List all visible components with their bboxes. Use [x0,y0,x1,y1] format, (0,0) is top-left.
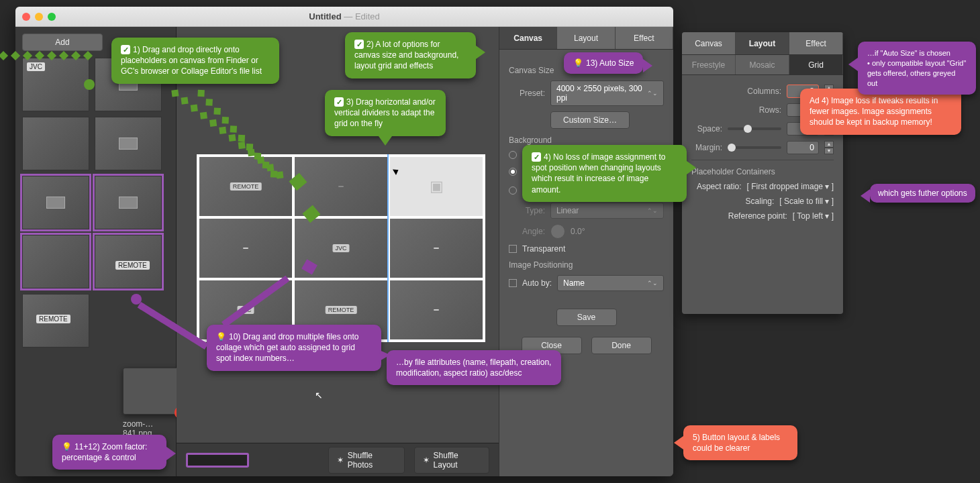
grid-cell[interactable] [199,219,292,278]
scaling-dropdown[interactable]: [ Scale to fill ▾ ] [779,197,834,206]
thumbnail-list: JVC REMOTE REMOTE [22,58,169,347]
inspector-layout-panel: Canvas Layout Effect Freestyle Mosaic Gr… [682,32,843,314]
done-button[interactable]: Done [591,337,652,354]
preset-dropdown[interactable]: 4000 × 2550 pixels, 300 ppi ⌃⌄ [550,80,664,106]
tab-effect[interactable]: Effect [616,27,673,49]
callout-11-12: 💡11+12) Zoom factor: percentage & contro… [52,435,166,470]
aspect-ratio-dropdown[interactable]: [ First dropped image ▾ ] [747,182,834,191]
auto-by-value: Name [563,278,585,288]
layout-mode-tabs: Freestyle Mosaic Grid [682,55,843,75]
reference-point-dropdown[interactable]: [ Top left ▾ ] [793,211,834,221]
section-image-positioning: Image Positioning [509,260,664,270]
drag-ghost: 4 [123,368,183,415]
angle-knob[interactable] [550,224,565,239]
checkbox-autoby[interactable] [509,279,517,287]
margin-stepper[interactable]: ▲▼ [824,141,834,154]
callout-13: 💡13) Auto Size [564,52,643,74]
callout-10: 💡10) Drag and drop multiple files onto c… [207,325,381,371]
transparent-label: Transparent [522,244,565,254]
tab-grid[interactable]: Grid [789,55,843,74]
inspector-tabs: Canvas Layout Effect [499,27,673,50]
grid-cell[interactable] [390,280,483,339]
radio-image[interactable] [509,151,517,159]
camera-placeholder-icon: ▣ [430,178,444,195]
chevron-updown-icon: ⌃⌄ [647,280,658,286]
shuffle-photos-label: Shuffle Photos [348,451,396,470]
bulb-icon: 💡 [216,332,226,341]
auto-by-label: Auto by: [522,278,552,288]
tab-mosaic[interactable]: Mosaic [736,55,789,74]
callout-ad4: Ad 4) Image loss if tweaks results in fe… [800,89,961,135]
trail-green [0,52,111,59]
thumbnail-item[interactable] [95,117,162,170]
inspector-footer: Save [509,297,664,337]
thumbnail-item[interactable] [22,176,89,229]
tab-canvas[interactable]: Canvas [499,27,557,49]
grid-cell[interactable]: REMOTE [199,157,292,216]
preset-value: 4000 × 2550 pixels, 300 ppi [556,84,647,103]
add-button[interactable]: Add [22,34,103,51]
titlebar: Untitled — Edited [15,7,673,27]
section-placeholder-containers: Placeholder Containers [691,167,834,176]
thumbnail-item[interactable]: REMOTE [22,294,89,347]
radio-color[interactable] [509,168,517,176]
save-button[interactable]: Save [556,309,617,326]
file-sidebar: Add JVC REMOTE REMOTE 4 zoom-…841.png [15,27,177,476]
section-background: Background [509,136,664,145]
callout-3: ✓3) Drag horizontal and/or vertical divi… [325,90,446,136]
columns-label: Columns: [734,87,781,96]
check-icon: ✓ [532,152,541,162]
angle-label: Angle: [509,227,545,236]
callout-4: ✓4) No loss of image assignment to spot … [522,145,687,202]
shuffle-icon: ✶ [423,455,430,465]
space-label: Space: [691,124,722,133]
margin-input[interactable]: 0 [787,141,819,154]
tab-layout[interactable]: Layout [736,32,789,54]
tab-effect[interactable]: Effect [789,32,843,54]
gradient-type-value: Linear [556,206,579,215]
window-title-text: Untitled [309,11,341,21]
close-window-icon[interactable] [22,13,30,21]
check-icon: ✓ [354,40,364,49]
thumbnail-item[interactable]: JVC [22,58,89,111]
tab-freestyle[interactable]: Freestyle [682,55,736,74]
callout-1: ✓1) Drag and drop directly onto placehol… [111,38,279,84]
custom-size-button[interactable]: Custom Size… [550,111,630,129]
callout-10b: …by file attributes (name, filepath, cre… [387,350,561,385]
radio-gradient[interactable] [509,186,517,195]
trail-start-icon [84,79,95,90]
scaling-label: Scaling: [746,197,775,206]
grid-cell[interactable] [390,219,483,278]
thumbnail-item[interactable] [22,117,89,170]
minimize-window-icon[interactable] [35,13,43,21]
gradient-type-dropdown[interactable]: Linear ⌃⌄ [550,203,664,219]
rows-label: Rows: [734,105,781,115]
shuffle-layout-button[interactable]: ✶ Shuffle Layout [414,447,489,474]
thumbnail-item[interactable]: REMOTE [95,235,162,288]
shuffle-icon: ✶ [337,455,344,465]
thumbnail-item[interactable] [22,235,89,288]
grid-cell[interactable] [295,157,387,216]
thumbnail-item[interactable] [95,176,162,229]
traffic-lights[interactable] [22,13,56,21]
auto-by-dropdown[interactable]: Name ⌃⌄ [557,275,664,291]
bulb-icon: 💡 [62,442,72,451]
checkbox-transparent[interactable] [509,245,517,253]
shuffle-layout-label: Shuffle Layout [434,451,481,470]
window-title: Untitled — Edited [56,11,633,21]
tab-canvas[interactable]: Canvas [682,32,736,54]
reference-point-label: Reference point: [728,211,787,221]
callout-note1: …if "Auto Size" is chosen • only compati… [858,42,976,95]
zoom-input[interactable] [186,453,249,468]
tab-layout[interactable]: Layout [557,27,615,49]
bulb-icon: 💡 [573,58,583,68]
fullscreen-window-icon[interactable] [48,13,56,21]
window-edited-indicator: — Edited [344,11,379,21]
aspect-ratio-label: Aspect ratio: [697,182,742,191]
shuffle-photos-button[interactable]: ✶ Shuffle Photos [328,447,405,474]
grid-cell-empty[interactable]: ▣ [390,157,483,216]
preset-label: Preset: [509,89,545,98]
space-slider[interactable] [728,127,781,130]
margin-slider[interactable] [728,146,781,149]
grid-divider[interactable] [387,154,389,342]
